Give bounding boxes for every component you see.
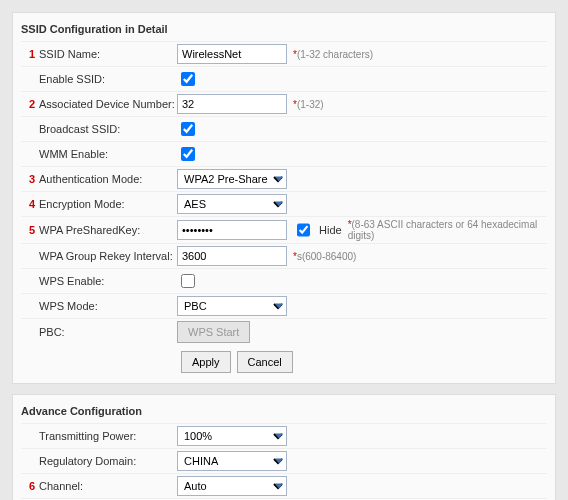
label-rekey: WPA Group Rekey Interval: <box>35 250 177 262</box>
apply-button[interactable]: Apply <box>181 351 231 373</box>
wps-start-button: WPS Start <box>177 321 250 343</box>
step-number: 5 <box>21 224 35 236</box>
row-enable-ssid: Enable SSID: <box>21 66 547 91</box>
row-rekey: WPA Group Rekey Interval: *s(600-86400) <box>21 243 547 268</box>
auth-mode-select[interactable]: WPA2 Pre-Shared Key <box>177 169 287 189</box>
label-pbc: PBC: <box>35 326 177 338</box>
label-enc-mode: Encryption Mode: <box>35 198 177 210</box>
row-wps-enable: WPS Enable: <box>21 268 547 293</box>
hint-psk: *(8-63 ASCII characters or 64 hexadecima… <box>348 219 547 241</box>
assoc-dev-input[interactable] <box>177 94 287 114</box>
row-psk: 5 WPA PreSharedKey: Hide *(8-63 ASCII ch… <box>21 216 547 243</box>
row-channel: 6 Channel: Auto <box>21 473 547 498</box>
label-auth-mode: Authentication Mode: <box>35 173 177 185</box>
tx-power-select[interactable]: 100% <box>177 426 287 446</box>
step-number: 4 <box>21 198 35 210</box>
row-ssid-name: 1 SSID Name: *(1-32 characters) <box>21 41 547 66</box>
row-pbc: PBC: WPS Start <box>21 318 547 345</box>
row-reg-domain: Regulatory Domain: CHINA <box>21 448 547 473</box>
rekey-input[interactable] <box>177 246 287 266</box>
advance-config-panel: Advance Configuration Transmitting Power… <box>12 394 556 500</box>
wmm-checkbox[interactable] <box>181 147 195 161</box>
hide-label: Hide <box>319 224 342 236</box>
label-ssid-name: SSID Name: <box>35 48 177 60</box>
label-channel: Channel: <box>35 480 177 492</box>
hint-ssid-name: *(1-32 characters) <box>293 49 373 60</box>
label-wps-mode: WPS Mode: <box>35 300 177 312</box>
wps-mode-select[interactable]: PBC <box>177 296 287 316</box>
advance-config-title: Advance Configuration <box>21 401 547 423</box>
row-wmm: WMM Enable: <box>21 141 547 166</box>
row-tx-power: Transmitting Power: 100% <box>21 423 547 448</box>
broadcast-ssid-checkbox[interactable] <box>181 122 195 136</box>
ssid-config-title: SSID Configuration in Detail <box>21 19 547 41</box>
label-reg-domain: Regulatory Domain: <box>35 455 177 467</box>
ssid-name-input[interactable] <box>177 44 287 64</box>
hint-rekey: *s(600-86400) <box>293 251 356 262</box>
step-number: 1 <box>21 48 35 60</box>
enable-ssid-checkbox[interactable] <box>181 72 195 86</box>
button-row-1: Apply Cancel <box>21 345 547 373</box>
row-auth-mode: 3 Authentication Mode: WPA2 Pre-Shared K… <box>21 166 547 191</box>
row-enc-mode: 4 Encryption Mode: AES <box>21 191 547 216</box>
cancel-button[interactable]: Cancel <box>237 351 293 373</box>
channel-select[interactable]: Auto <box>177 476 287 496</box>
label-wmm: WMM Enable: <box>35 148 177 160</box>
ssid-config-panel: SSID Configuration in Detail 1 SSID Name… <box>12 12 556 384</box>
label-tx-power: Transmitting Power: <box>35 430 177 442</box>
psk-input[interactable] <box>177 220 287 240</box>
label-psk: WPA PreSharedKey: <box>35 224 177 236</box>
reg-domain-select[interactable]: CHINA <box>177 451 287 471</box>
enc-mode-select[interactable]: AES <box>177 194 287 214</box>
hint-assoc-dev: *(1-32) <box>293 99 324 110</box>
label-broadcast-ssid: Broadcast SSID: <box>35 123 177 135</box>
wps-enable-checkbox[interactable] <box>181 274 195 288</box>
row-broadcast-ssid: Broadcast SSID: <box>21 116 547 141</box>
label-assoc-dev: Associated Device Number: <box>35 98 177 110</box>
step-number: 2 <box>21 98 35 110</box>
label-enable-ssid: Enable SSID: <box>35 73 177 85</box>
step-number: 6 <box>21 480 35 492</box>
hide-psk-checkbox[interactable] <box>297 223 310 237</box>
step-number: 3 <box>21 173 35 185</box>
row-assoc-dev: 2 Associated Device Number: *(1-32) <box>21 91 547 116</box>
row-wps-mode: WPS Mode: PBC <box>21 293 547 318</box>
label-wps-enable: WPS Enable: <box>35 275 177 287</box>
